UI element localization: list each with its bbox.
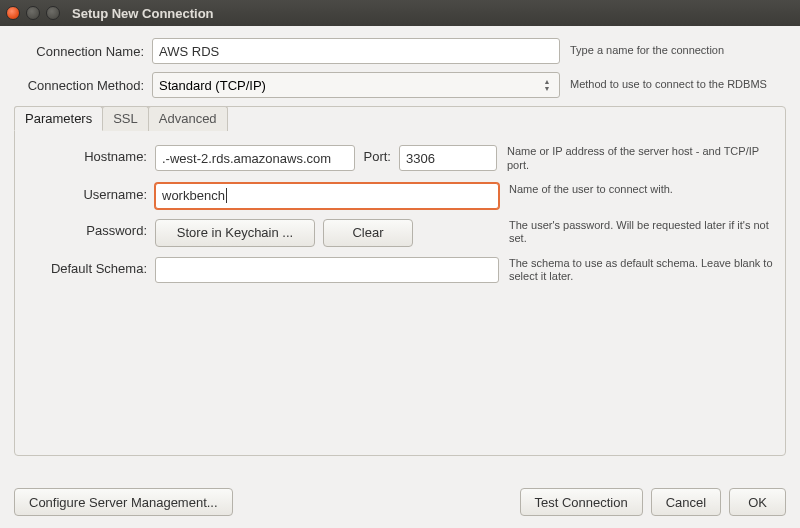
titlebar: Setup New Connection: [0, 0, 800, 26]
port-input[interactable]: [399, 145, 497, 171]
connection-method-value: Standard (TCP/IP): [159, 78, 266, 93]
connection-method-select[interactable]: Standard (TCP/IP) ▲▼: [152, 72, 560, 98]
connection-name-label: Connection Name:: [14, 44, 152, 59]
default-schema-input[interactable]: [155, 257, 499, 283]
minimize-icon[interactable]: [26, 6, 40, 20]
port-label: Port:: [355, 145, 399, 164]
hostname-help: Name or IP address of the server host - …: [507, 145, 773, 173]
text-caret-icon: [226, 188, 227, 203]
maximize-icon[interactable]: [46, 6, 60, 20]
cancel-button[interactable]: Cancel: [651, 488, 721, 516]
hostname-input[interactable]: [155, 145, 355, 171]
close-icon[interactable]: [6, 6, 20, 20]
username-input[interactable]: workbench: [155, 183, 499, 209]
connection-method-help: Method to use to connect to the RDBMS: [570, 78, 786, 92]
password-help: The user's password. Will be requested l…: [509, 219, 773, 247]
hostname-label: Hostname:: [27, 145, 155, 164]
username-label: Username:: [27, 183, 155, 202]
window-title: Setup New Connection: [72, 6, 214, 21]
ok-button[interactable]: OK: [729, 488, 786, 516]
tab-body: Hostname: Port: Name or IP address of th…: [15, 107, 785, 306]
configure-server-management-button[interactable]: Configure Server Management...: [14, 488, 233, 516]
tab-parameters[interactable]: Parameters: [14, 106, 103, 131]
clear-password-button[interactable]: Clear: [323, 219, 413, 247]
spinner-icon: ▲▼: [541, 78, 553, 92]
store-in-keychain-button[interactable]: Store in Keychain ...: [155, 219, 315, 247]
connection-name-input[interactable]: [152, 38, 560, 64]
connection-name-help: Type a name for the connection: [570, 44, 786, 58]
username-help: Name of the user to connect with.: [509, 183, 773, 197]
tabs-container: Parameters SSL Advanced Hostname: Port: …: [14, 106, 786, 456]
default-schema-label: Default Schema:: [27, 257, 155, 276]
connection-method-label: Connection Method:: [14, 78, 152, 93]
test-connection-button[interactable]: Test Connection: [520, 488, 643, 516]
username-value: workbench: [162, 188, 225, 203]
tab-advanced[interactable]: Advanced: [148, 106, 228, 131]
password-label: Password:: [27, 219, 155, 238]
tab-ssl[interactable]: SSL: [102, 106, 149, 131]
default-schema-help: The schema to use as default schema. Lea…: [509, 257, 773, 285]
